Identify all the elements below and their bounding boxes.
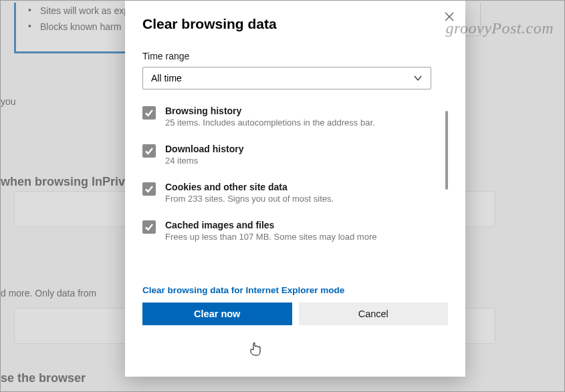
- watermark: groovyPost.com: [446, 19, 554, 37]
- option-title: Cached images and files: [165, 220, 431, 230]
- option-browsing-history: Browsing history 25 items. Includes auto…: [142, 106, 431, 129]
- option-cookies: Cookies and other site data From 233 sit…: [142, 182, 431, 205]
- option-text: Browsing history 25 items. Includes auto…: [165, 106, 431, 129]
- time-range-label: Time range: [142, 51, 448, 61]
- button-row: Clear now Cancel: [142, 303, 448, 325]
- check-icon: [144, 184, 154, 194]
- option-title: Download history: [165, 144, 431, 154]
- check-icon: [144, 222, 154, 232]
- option-title: Cookies and other site data: [165, 182, 431, 192]
- option-download-history: Download history 24 items: [142, 144, 431, 167]
- option-text: Cookies and other site data From 233 sit…: [165, 182, 431, 205]
- dialog-title: Clear browsing data: [142, 16, 448, 32]
- option-sub: From 233 sites. Signs you out of most si…: [165, 194, 431, 205]
- check-icon: [144, 146, 154, 156]
- time-range-select[interactable]: All time: [142, 67, 431, 89]
- option-text: Download history 24 items: [165, 144, 431, 167]
- option-text: Cached images and files Frees up less th…: [165, 220, 431, 243]
- option-sub: 25 items. Includes autocompletions in th…: [165, 118, 431, 129]
- option-sub: Frees up less than 107 MB. Some sites ma…: [165, 232, 431, 243]
- option-title: Browsing history: [165, 106, 431, 116]
- clear-browsing-data-dialog: Clear browsing data Time range All time …: [125, 1, 465, 377]
- option-cached: Cached images and files Frees up less th…: [142, 220, 431, 243]
- checkbox-cached[interactable]: [142, 220, 156, 234]
- scrollbar-thumb[interactable]: [445, 111, 448, 190]
- check-icon: [144, 108, 154, 118]
- checkbox-download-history[interactable]: [142, 144, 156, 158]
- checkbox-cookies[interactable]: [142, 182, 156, 196]
- clear-now-button[interactable]: Clear now: [142, 303, 292, 325]
- clear-ie-link[interactable]: Clear browsing data for Internet Explore…: [142, 285, 344, 295]
- time-range-value: All time: [151, 73, 182, 83]
- checkbox-browsing-history[interactable]: [142, 106, 156, 120]
- options-viewport: Browsing history 25 items. Includes auto…: [142, 106, 448, 281]
- ie-link-row: Clear browsing data for Internet Explore…: [142, 284, 448, 296]
- options-list: Browsing history 25 items. Includes auto…: [142, 106, 431, 281]
- option-sub: 24 items: [165, 156, 431, 167]
- chevron-down-icon: [413, 73, 423, 83]
- cancel-button[interactable]: Cancel: [299, 303, 449, 325]
